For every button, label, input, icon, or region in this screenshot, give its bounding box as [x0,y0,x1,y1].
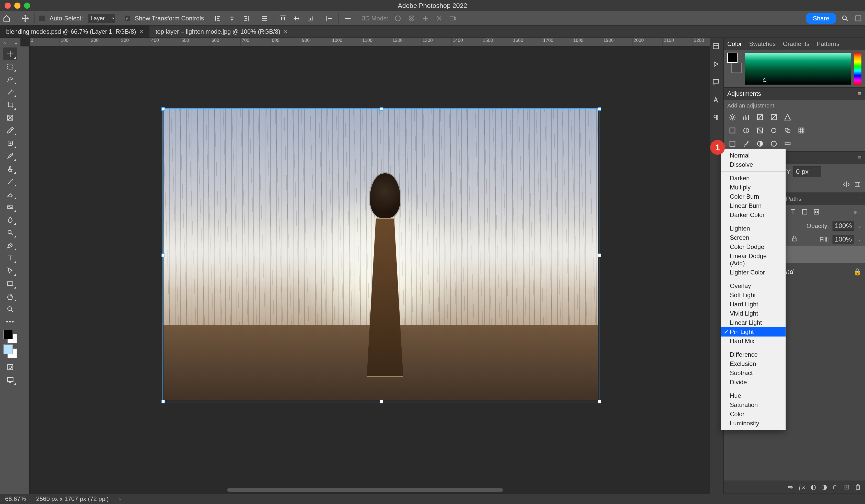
transform-handle[interactable] [598,107,601,111]
actions-panel-icon[interactable] [712,60,721,69]
quick-mask-icon[interactable] [3,361,18,374]
zoom-level[interactable]: 66.67% [5,495,26,503]
blend-mode-option[interactable]: Hue [721,391,786,400]
delete-layer-icon[interactable]: 🗑 [855,483,862,491]
horizontal-ruler[interactable]: 0100200300400500600700800900100011001200… [30,38,710,46]
panel-menu-icon[interactable]: ≡ [858,40,862,47]
hue-slider[interactable] [854,52,862,85]
exposure-adjustment-icon[interactable] [769,112,779,122]
blend-mode-option[interactable]: Luminosity [721,419,786,428]
crop-tool[interactable] [3,98,18,111]
document-canvas[interactable] [163,109,598,400]
blend-mode-option[interactable]: Linear Burn [721,201,786,210]
more-options-icon[interactable] [343,14,353,23]
rectangle-tool[interactable] [3,277,18,290]
new-group-icon[interactable]: 🗀 [832,483,839,491]
blend-mode-option[interactable]: Darker Color [721,210,786,220]
align-center-v-icon[interactable] [292,14,301,23]
color-balance-adjustment-icon[interactable] [741,125,751,136]
gradient-tool[interactable] [3,201,18,213]
fill-field[interactable]: 100% [832,235,854,244]
path-selection-tool[interactable] [3,265,18,277]
blend-mode-option[interactable]: Color Dodge [721,242,786,251]
tools-collapse-icon[interactable]: × [0,40,10,46]
blend-mode-option[interactable]: Linear Light [721,318,786,327]
chevron-right-icon[interactable]: › [119,495,121,503]
document-tab[interactable]: top layer – lighten mode.jpg @ 100% (RGB… [149,25,294,37]
invert-adjustment-icon[interactable] [727,139,738,149]
screen-mode-icon[interactable] [3,374,18,386]
workspace-icon[interactable] [854,14,863,23]
distribute-icon[interactable] [260,14,269,23]
close-icon[interactable]: × [284,28,287,35]
marquee-tool[interactable] [3,60,18,73]
curves-adjustment-icon[interactable] [755,112,765,122]
tab-color[interactable]: Color [727,40,742,47]
opacity-field[interactable]: 100% [832,221,854,231]
blend-mode-option[interactable]: Overlay [721,281,786,291]
auto-select-target-select[interactable]: Layer [88,14,115,23]
flip-horizontal-icon[interactable] [843,180,850,190]
blend-mode-option[interactable]: Soft Light [721,291,786,300]
move-tool[interactable] [3,47,18,60]
default-colors-icon[interactable] [3,330,17,343]
blend-mode-dropdown[interactable]: NormalDissolveDarkenMultiplyColor BurnLi… [721,149,786,430]
blend-mode-option[interactable]: Divide [721,378,786,387]
blend-mode-option[interactable]: Linear Dodge (Add) [721,251,786,268]
comments-panel-icon[interactable] [712,78,721,87]
blend-mode-option[interactable]: Color Burn [721,192,786,201]
paragraph-panel-icon[interactable] [712,114,721,123]
close-icon[interactable]: × [140,28,143,35]
brightness-adjustment-icon[interactable] [727,112,738,122]
properties-y-field[interactable]: 0 px [793,166,821,177]
filter-smart-icon[interactable] [812,208,821,216]
blend-mode-option[interactable]: Normal [721,151,786,160]
lock-all-icon[interactable] [791,235,798,244]
type-tool[interactable] [3,252,18,265]
blend-mode-option[interactable]: Screen [721,233,786,242]
chevron-down-icon[interactable]: ⌄ [857,237,862,242]
photo-filter-adjustment-icon[interactable] [769,125,779,136]
search-icon[interactable] [841,14,850,23]
share-button[interactable]: Share [806,13,837,24]
vertical-ruler[interactable] [21,46,30,494]
filter-shape-icon[interactable] [801,208,809,216]
lasso-tool[interactable] [3,73,18,86]
new-adjustment-icon[interactable]: ◑ [821,483,827,491]
align-top-icon[interactable] [278,14,288,23]
edit-toolbar-icon[interactable]: ••• [4,316,16,328]
transform-handle[interactable] [380,400,383,403]
filter-type-icon[interactable] [789,208,797,216]
show-transform-checkbox[interactable] [125,15,130,21]
tab-gradients[interactable]: Gradients [783,40,809,47]
clone-stamp-tool[interactable] [3,162,18,175]
history-brush-tool[interactable] [3,175,18,188]
gradient-map-adjustment-icon[interactable] [783,139,793,149]
color-picker-ramp[interactable] [745,52,851,85]
bw-adjustment-icon[interactable] [755,125,765,136]
blend-mode-option[interactable]: Darken [721,174,786,183]
history-panel-icon[interactable] [712,43,721,51]
align-right-icon[interactable] [241,14,250,23]
dodge-tool[interactable] [3,226,18,239]
posterize-adjustment-icon[interactable] [741,139,751,149]
blend-mode-option[interactable]: Subtract [721,368,786,378]
tab-swatches[interactable]: Swatches [749,40,776,47]
blend-mode-option[interactable]: Dissolve [721,160,786,169]
chevron-down-icon[interactable]: ⌄ [857,223,862,229]
auto-select-checkbox[interactable] [39,15,45,21]
blend-mode-option[interactable]: Exclusion [721,359,786,368]
tab-paths[interactable]: Paths [786,195,801,202]
blur-tool[interactable] [3,213,18,226]
hue-sat-adjustment-icon[interactable] [727,125,738,136]
blend-mode-option[interactable]: Vivid Light [721,309,786,318]
panel-menu-icon[interactable]: ≡ [858,90,862,97]
tools-columns-icon[interactable]: » [11,40,21,46]
color-fg-bg-swatch[interactable] [727,52,742,73]
align-left-icon[interactable] [214,14,223,23]
magic-wand-tool[interactable] [3,86,18,98]
link-layers-icon[interactable]: ⇔ [787,483,793,491]
blend-mode-option[interactable]: Saturation [721,400,786,410]
threshold-adjustment-icon[interactable] [755,139,765,149]
blend-mode-option[interactable]: Multiply [721,183,786,192]
